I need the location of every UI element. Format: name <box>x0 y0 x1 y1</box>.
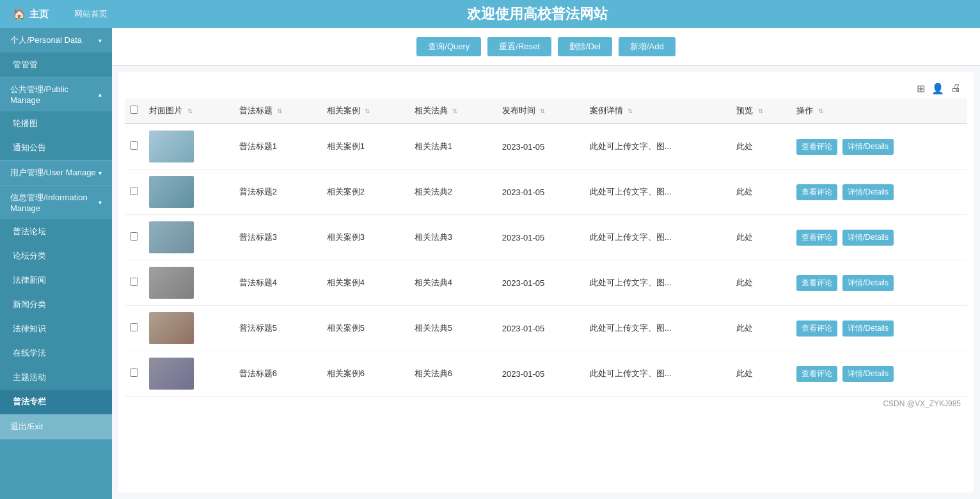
detail-button-4[interactable]: 详情/Details <box>842 275 894 291</box>
table-settings-icon[interactable]: ⊞ <box>917 83 925 95</box>
sidebar-item-notice[interactable]: 通知公告 <box>0 136 112 160</box>
cell-detail-3: 此处可上传文字、图... <box>585 215 731 260</box>
cell-law-5: 相关法典5 <box>409 306 497 351</box>
cell-title-2: 普法标题2 <box>234 170 322 215</box>
cell-cover-6 <box>144 351 234 397</box>
view-comment-button-2[interactable]: 查看评论 <box>796 184 837 200</box>
sidebar-item-law-forum[interactable]: 普法论坛 <box>0 219 112 244</box>
cell-case-6: 相关案例6 <box>322 351 409 397</box>
toolbar: 查询/Query 重置/Reset 删除/Del 新增/Add <box>112 28 980 66</box>
sidebar-item-info-manage[interactable]: 信息管理/Information Manage ▾ <box>0 186 112 219</box>
sidebar-item-exit[interactable]: 退出/Exit <box>0 415 112 439</box>
row-checkbox-6[interactable] <box>130 368 138 377</box>
sidebar-item-public-manage[interactable]: 公共管理/Public Manage ▴ <box>0 77 112 111</box>
detail-button-2[interactable]: 详情/Details <box>842 184 894 200</box>
sidebar-item-news-category[interactable]: 新闻分类 <box>0 292 112 317</box>
cell-detail-1: 此处可上传文字、图... <box>585 123 731 170</box>
cell-detail-2: 此处可上传文字、图... <box>585 170 731 215</box>
table-row: 普法标题5 相关案例5 相关法典5 2023-01-05 此处可上传文字、图..… <box>125 306 967 351</box>
sidebar-item-law-news[interactable]: 法律新闻 <box>0 268 112 292</box>
user-icon[interactable]: 👤 <box>931 83 944 95</box>
cell-cover-2 <box>144 170 234 215</box>
sidebar-item-online-study[interactable]: 在线学法 <box>0 341 112 365</box>
cell-time-1: 2023-01-05 <box>497 123 585 170</box>
row-checkbox-2[interactable] <box>130 187 138 195</box>
reset-button[interactable]: 重置/Reset <box>487 37 551 56</box>
sidebar-item-user-manage[interactable]: 用户管理/User Manage ▾ <box>0 161 112 185</box>
cell-action-1: 查看评论 详情/Details <box>791 123 967 170</box>
detail-button-5[interactable]: 详情/Details <box>842 321 894 337</box>
cell-detail-4: 此处可上传文字、图... <box>585 260 731 306</box>
detail-button-1[interactable]: 详情/Details <box>842 139 894 155</box>
cell-title-5: 普法标题5 <box>234 306 322 351</box>
row-checkbox-3[interactable] <box>130 232 138 241</box>
select-all-checkbox[interactable] <box>130 106 138 114</box>
cell-action-4: 查看评论 详情/Details <box>791 260 967 306</box>
cell-action-3: 查看评论 详情/Details <box>791 215 967 260</box>
cell-law-1: 相关法典1 <box>409 123 497 170</box>
detail-button-6[interactable]: 详情/Details <box>842 366 894 382</box>
cell-law-3: 相关法典3 <box>409 215 497 260</box>
cell-case-4: 相关案例4 <box>322 260 409 306</box>
sidebar-item-law-knowledge[interactable]: 法律知识 <box>0 317 112 341</box>
cell-preview-1: 此处 <box>731 123 791 170</box>
cell-time-4: 2023-01-05 <box>497 260 585 306</box>
cell-law-6: 相关法典6 <box>409 351 497 397</box>
breadcrumb: 网站首页 <box>74 8 107 20</box>
table-row: 普法标题6 相关案例6 相关法典6 2023-01-05 此处可上传文字、图..… <box>125 351 967 397</box>
cell-case-1: 相关案例1 <box>322 123 409 170</box>
table-row: 普法标题3 相关案例3 相关法典3 2023-01-05 此处可上传文字、图..… <box>125 215 967 260</box>
sidebar-item-law-column[interactable]: 普法专栏 <box>0 390 112 414</box>
cell-action-6: 查看评论 详情/Details <box>791 351 967 397</box>
cell-time-2: 2023-01-05 <box>497 170 585 215</box>
row-checkbox-4[interactable] <box>130 278 138 286</box>
view-comment-button-5[interactable]: 查看评论 <box>796 321 837 337</box>
page-title: 欢迎使用高校普法网站 <box>107 4 967 24</box>
view-comment-button-1[interactable]: 查看评论 <box>796 139 837 155</box>
table-wrapper: ⊞ 👤 🖨 封面图片 ⇅ 普法标题 ⇅ 相关案例 ⇅ 相关法典 ⇅ 发布时间 ⇅… <box>118 72 974 493</box>
query-button[interactable]: 查询/Query <box>416 37 481 56</box>
row-checkbox-5[interactable] <box>130 323 138 331</box>
cell-law-2: 相关法典2 <box>409 170 497 215</box>
chevron-down-icon: ▾ <box>99 37 102 44</box>
view-comment-button-4[interactable]: 查看评论 <box>796 275 837 291</box>
cell-cover-4 <box>144 260 234 306</box>
sidebar: 个人/Personal Data ▾ 管管管 公共管理/Public Manag… <box>0 28 112 499</box>
home-label[interactable]: 主页 <box>29 8 49 20</box>
detail-button-3[interactable]: 详情/Details <box>842 230 894 246</box>
cell-preview-5: 此处 <box>731 306 791 351</box>
cell-preview-4: 此处 <box>731 260 791 306</box>
row-checkbox-1[interactable] <box>130 141 138 150</box>
view-comment-button-3[interactable]: 查看评论 <box>796 230 837 246</box>
del-button[interactable]: 删除/Del <box>558 37 612 56</box>
home-icon: 🏠 <box>13 8 26 20</box>
sidebar-item-theme-activity[interactable]: 主题活动 <box>0 365 112 390</box>
print-icon[interactable]: 🖨 <box>951 83 961 95</box>
cell-cover-3 <box>144 215 234 260</box>
cell-title-4: 普法标题4 <box>234 260 322 306</box>
col-detail: 案例详情 ⇅ <box>585 99 731 123</box>
cell-title-6: 普法标题6 <box>234 351 322 397</box>
sidebar-item-carousel[interactable]: 轮播图 <box>0 111 112 136</box>
sidebar-item-forum-category[interactable]: 论坛分类 <box>0 244 112 268</box>
sidebar-username: 管管管 <box>0 52 112 77</box>
col-title: 普法标题 ⇅ <box>234 99 322 123</box>
cell-preview-6: 此处 <box>731 351 791 397</box>
cell-case-2: 相关案例2 <box>322 170 409 215</box>
col-cover: 封面图片 ⇅ <box>144 99 234 123</box>
chevron-down-icon2: ▾ <box>99 170 102 177</box>
cell-cover-1 <box>144 123 234 170</box>
add-button[interactable]: 新增/Add <box>619 37 676 56</box>
sidebar-item-personal[interactable]: 个人/Personal Data ▾ <box>0 28 112 52</box>
col-case: 相关案例 ⇅ <box>322 99 409 123</box>
cell-case-5: 相关案例5 <box>322 306 409 351</box>
cell-time-5: 2023-01-05 <box>497 306 585 351</box>
cell-time-6: 2023-01-05 <box>497 351 585 397</box>
cell-case-3: 相关案例3 <box>322 215 409 260</box>
col-time: 发布时间 ⇅ <box>497 99 585 123</box>
cell-time-3: 2023-01-05 <box>497 215 585 260</box>
data-table: 封面图片 ⇅ 普法标题 ⇅ 相关案例 ⇅ 相关法典 ⇅ 发布时间 ⇅ 案例详情 … <box>125 99 967 397</box>
col-action: 操作 ⇅ <box>791 99 967 123</box>
view-comment-button-6[interactable]: 查看评论 <box>796 366 837 382</box>
cell-cover-5 <box>144 306 234 351</box>
